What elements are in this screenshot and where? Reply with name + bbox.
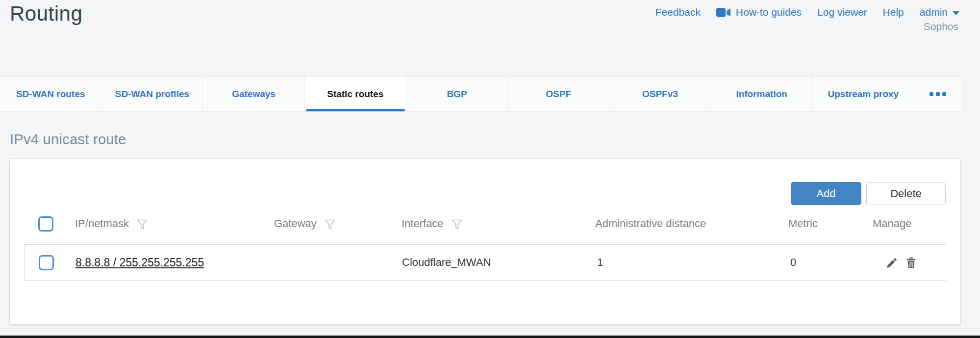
help-link[interactable]: Help bbox=[883, 6, 904, 18]
bottom-window-edge bbox=[0, 336, 980, 338]
top-nav: Feedback How-to guides Log viewer Help a… bbox=[655, 5, 959, 20]
column-label: Metric bbox=[788, 217, 818, 230]
column-label: Manage bbox=[873, 217, 912, 230]
feedback-label: Feedback bbox=[655, 6, 701, 18]
tab-bgp[interactable]: BGP bbox=[406, 77, 508, 111]
tabs-overflow-button[interactable] bbox=[914, 77, 962, 111]
cell-metric: 0 bbox=[790, 245, 796, 280]
routes-card: Add Delete IP/netmask Gateway Interface bbox=[9, 158, 961, 325]
routing-page: Routing Feedback How-to guides Log viewe… bbox=[0, 0, 980, 338]
admin-menu-button[interactable]: admin bbox=[920, 6, 959, 18]
column-header-administrative-distance: Administrative distance bbox=[595, 211, 706, 236]
tab-information[interactable]: Information bbox=[711, 77, 813, 111]
trash-icon[interactable] bbox=[905, 256, 918, 269]
ellipsis-icon bbox=[936, 92, 940, 96]
tab-sdwan-profiles[interactable]: SD-WAN profiles bbox=[101, 77, 203, 111]
row-select-cell bbox=[39, 245, 54, 280]
column-header-gateway: Gateway bbox=[274, 211, 336, 236]
admin-label: admin bbox=[920, 6, 948, 18]
log-viewer-link[interactable]: Log viewer bbox=[817, 6, 867, 18]
column-header-manage: Manage bbox=[873, 211, 912, 236]
add-button[interactable]: Add bbox=[791, 182, 861, 205]
feedback-link[interactable]: Feedback bbox=[655, 6, 701, 18]
ellipsis-icon bbox=[942, 92, 946, 96]
tab-sdwan-routes[interactable]: SD-WAN routes bbox=[0, 77, 101, 111]
brand-label: Sophos bbox=[924, 21, 958, 32]
chevron-down-icon bbox=[953, 11, 959, 15]
video-icon bbox=[716, 8, 731, 17]
table-toolbar: Add Delete bbox=[791, 182, 946, 205]
route-link[interactable]: 8.8.8.8 / 255.255.255.255 bbox=[75, 256, 204, 269]
cell-ip-netmask: 8.8.8.8 / 255.255.255.255 bbox=[75, 245, 204, 280]
table-row: 8.8.8.8 / 255.255.255.255 Cloudflare_MWA… bbox=[24, 244, 946, 281]
tab-static-routes[interactable]: Static routes bbox=[305, 77, 406, 111]
tabbar: SD-WAN routes SD-WAN profiles Gateways S… bbox=[0, 76, 962, 112]
select-all-checkbox[interactable] bbox=[38, 216, 53, 232]
log-viewer-label: Log viewer bbox=[817, 6, 867, 18]
column-header-interface: Interface bbox=[402, 211, 463, 236]
delete-button[interactable]: Delete bbox=[866, 182, 946, 205]
tab-upstream-proxy[interactable]: Upstream proxy bbox=[813, 77, 914, 111]
tab-ospfv3[interactable]: OSPFv3 bbox=[609, 77, 711, 111]
select-all-cell bbox=[38, 211, 53, 236]
tab-ospf[interactable]: OSPF bbox=[508, 77, 609, 111]
ellipsis-icon bbox=[930, 92, 933, 96]
filter-icon[interactable] bbox=[324, 219, 336, 230]
filter-icon[interactable] bbox=[136, 219, 148, 230]
cell-manage bbox=[885, 245, 918, 280]
row-checkbox[interactable] bbox=[39, 255, 54, 270]
column-label: Interface bbox=[402, 217, 444, 230]
cell-interface: Cloudflare_MWAN bbox=[402, 245, 491, 280]
tab-gateways[interactable]: Gateways bbox=[203, 77, 304, 111]
edit-icon[interactable] bbox=[885, 256, 899, 269]
filter-icon[interactable] bbox=[451, 219, 463, 230]
column-header-metric: Metric bbox=[788, 211, 818, 236]
help-label: Help bbox=[883, 6, 904, 18]
page-title: Routing bbox=[10, 2, 82, 26]
column-header-ip-netmask: IP/netmask bbox=[75, 211, 148, 236]
column-label: Administrative distance bbox=[595, 217, 706, 230]
column-label: IP/netmask bbox=[75, 217, 129, 230]
cell-administrative-distance: 1 bbox=[597, 245, 603, 280]
howto-guides-label: How-to guides bbox=[736, 6, 802, 18]
column-label: Gateway bbox=[274, 217, 317, 230]
section-title: IPv4 unicast route bbox=[10, 131, 126, 148]
howto-guides-link[interactable]: How-to guides bbox=[716, 6, 802, 18]
